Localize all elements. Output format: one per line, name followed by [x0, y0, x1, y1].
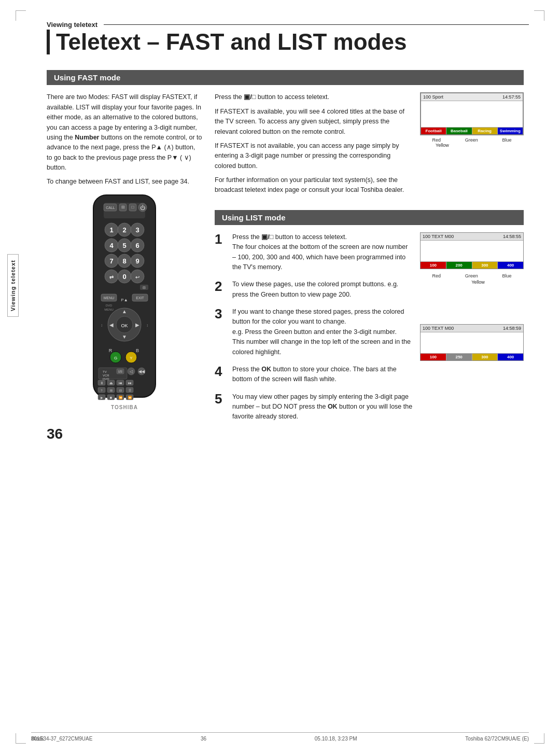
list-btn-green-3-highlight: 250 [446, 354, 472, 360]
list-btn-red-1: 100 [421, 262, 446, 269]
svg-text:◀◀: ◀◀ [138, 369, 145, 374]
section-label-line: Viewing teletext [47, 21, 529, 29]
svg-text:◀: ◀ [109, 322, 114, 328]
svg-text:I/II: I/II [118, 370, 122, 373]
svg-text:▶: ▶ [135, 322, 139, 328]
list-tv-3-body [421, 332, 523, 353]
fast-tv-bottom-labels: Yellow [420, 143, 524, 148]
list-tv-1-footer: 100 200 300 400 [421, 261, 523, 269]
step-2: 2 To view these pages, use the colored p… [215, 280, 413, 300]
fast-btn-green: Baseball [446, 128, 472, 134]
step-2-number: 2 [215, 280, 226, 293]
fast-tv-header-left: 100 Sport [423, 94, 443, 100]
label-red: Red [432, 137, 441, 143]
fast-right-p4: For further information on your particul… [215, 175, 413, 196]
list-mode-label: Using LIST mode [222, 213, 286, 222]
corner-mark-tr [534, 10, 544, 21]
svg-text:MENU: MENU [104, 308, 114, 311]
fast-right-text: Press the ▣/□ button to access teletext.… [215, 92, 413, 199]
list-mode-header: Using LIST mode [215, 210, 524, 225]
step-5-number: 5 [215, 392, 226, 406]
list-btn-yellow-1: 300 [472, 262, 498, 269]
sidebar-label-wrap: Viewing teletext [7, 207, 19, 363]
step-4-text: Press the OK button to store your choice… [232, 365, 413, 385]
step-2-content: To view these pages, use the colored pro… [232, 280, 413, 300]
step-4-content: Press the OK button to store your choice… [232, 365, 413, 385]
fast-tv-color-labels: Red Green Blue [420, 137, 524, 143]
svg-text:G: G [114, 356, 117, 360]
step-3-number: 3 [215, 307, 226, 320]
step-3-text3: This number will change in the top left … [232, 337, 413, 357]
svg-text:2: 2 [122, 226, 126, 234]
step-3-text1: If you want to change these stored pages… [232, 307, 413, 327]
step-1: 1 Press the ▣/□ button to access teletex… [215, 232, 413, 273]
list-label-blue-1: Blue [502, 273, 512, 278]
svg-text:R: R [109, 348, 113, 353]
svg-text:⇄: ⇄ [109, 274, 114, 280]
step-3-text2: e.g. Press the Green button and enter th… [232, 327, 413, 337]
svg-text:0: 0 [122, 273, 126, 281]
svg-text:5: 5 [122, 242, 126, 249]
svg-text:⏪: ⏪ [119, 396, 123, 400]
fast-right-p2: If FASTEXT is available, you will see 4 … [215, 107, 413, 137]
svg-text:⏹: ⏹ [109, 396, 113, 399]
list-tv-screens: 100 TEXT M00 14:58:55 100 200 300 400 [420, 232, 524, 429]
svg-text:TV: TV [103, 370, 107, 373]
list-btn-green-1: 200 [446, 262, 472, 269]
step-1-content: Press the ▣/□ button to access teletext.… [232, 232, 413, 273]
fast-mode-header: Using FAST mode [47, 70, 524, 85]
fast-mode-label: Using FAST mode [54, 73, 120, 82]
svg-text:⊞: ⊞ [110, 389, 113, 392]
list-tv-1-left: 100 TEXT M00 [423, 234, 454, 239]
svg-text:9: 9 [135, 257, 139, 265]
svg-text:□: □ [132, 205, 134, 210]
svg-text:⊟: ⊟ [119, 389, 122, 392]
list-btn-yellow-3: 300 [472, 354, 498, 360]
step-5-text: You may view other pages by simply enter… [232, 392, 413, 422]
step-5-content: You may view other pages by simply enter… [232, 392, 413, 422]
svg-text:⏮: ⏮ [119, 381, 122, 385]
fast-tv-body [421, 101, 523, 127]
svg-text:7: 7 [109, 257, 113, 265]
fast-tv-header-right: 14:57:55 [502, 94, 521, 100]
list-tv-3-footer: 100 250 300 400 [421, 353, 523, 360]
list-label-yellow-1: Yellow [471, 280, 485, 285]
list-tv-3: 100 TEXT M00 14:58:59 100 250 300 400 [420, 324, 524, 365]
list-btn-red-3: 100 [421, 354, 446, 360]
list-label-green-1: Green [465, 273, 478, 278]
corner-mark-tl [16, 10, 26, 21]
corner-mark-br [534, 733, 544, 744]
list-label-red-1: Red [432, 273, 441, 278]
footer-center: 05.10.18, 3:23 PM [315, 736, 357, 742]
list-tv-display-1: 100 TEXT M00 14:58:55 100 200 300 400 [420, 232, 524, 269]
step-4-number: 4 [215, 365, 226, 378]
list-tv-3-right: 14:58:59 [503, 326, 521, 331]
step-4: 4 Press the OK button to store your choi… [215, 365, 413, 385]
step-1-number: 1 [215, 232, 226, 246]
svg-text:4: 4 [109, 242, 114, 249]
list-tv-1-labels: Red Green Blue [420, 273, 524, 278]
svg-text:▶: ▶ [101, 396, 103, 399]
page-title: Teletext – FAST and LIST modes [47, 30, 529, 54]
step-1-text2: The four choices at the bottom of the sc… [232, 242, 413, 272]
svg-text:⏩: ⏩ [128, 396, 132, 400]
list-btn-blue-3: 400 [498, 354, 523, 360]
label-blue: Blue [502, 137, 512, 143]
fast-right-p3: If FASTEXT is not available, you can acc… [215, 141, 413, 171]
step-3: 3 If you want to change these stored pag… [215, 307, 413, 357]
svg-text:VCR: VCR [103, 374, 109, 377]
step-5: 5 You may view other pages by simply ent… [215, 392, 413, 422]
label-green: Green [465, 137, 478, 143]
fast-tv-display: 100 Sport 14:57:55 Football Baseball Rac… [420, 92, 524, 135]
footer-right: Toshiba 62/72CM9UA/E (E) [465, 736, 529, 742]
footer-center-left: 36 [201, 736, 206, 742]
step-3-content: If you want to change these stored pages… [232, 307, 413, 357]
step-1-text1: Press the ▣/□ button to access teletext. [232, 232, 413, 242]
list-tv-3-left: 100 TEXT M00 [423, 326, 454, 331]
list-tv-1-yellow-label: Yellow [420, 278, 524, 285]
list-tv-3-header: 100 TEXT M00 14:58:59 [421, 325, 523, 332]
fast-para-1: There are two Modes: FAST will display F… [47, 92, 202, 173]
page-footer: #01E34-37_6272CM9UAE 36 05.10.18, 3:23 P… [31, 732, 529, 742]
section-label: Viewing teletext [47, 21, 97, 29]
svg-text:OK: OK [121, 323, 128, 328]
